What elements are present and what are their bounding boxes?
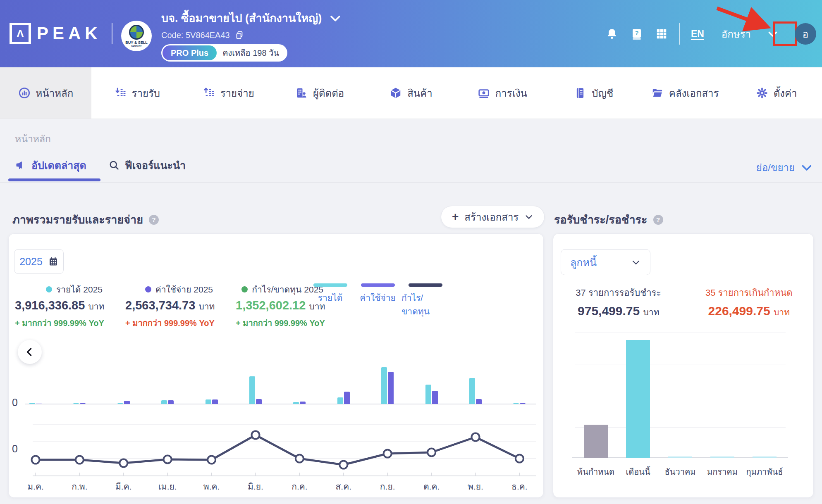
receivable-bar[interactable] (584, 425, 608, 458)
bar-expense[interactable] (476, 399, 482, 404)
tab-income[interactable]: รายรับ (91, 67, 183, 119)
overview-help-icon[interactable]: ? (149, 215, 159, 225)
peak-logo-icon: Λ (10, 23, 31, 44)
chevron-down-icon (524, 212, 533, 221)
tab-settings[interactable]: ตั้งค่า (731, 67, 822, 119)
line-point[interactable] (296, 455, 303, 463)
plus-icon: + (452, 210, 459, 223)
bar-revenue[interactable] (337, 397, 343, 404)
plan-pill[interactable]: PRO Plus คงเหลือ 198 วัน (161, 44, 287, 62)
line-point[interactable] (428, 449, 435, 456)
line-point[interactable] (516, 455, 523, 463)
bar-expense[interactable] (256, 399, 262, 404)
bar-revenue[interactable] (513, 403, 519, 404)
tab-finance[interactable]: การเงิน (456, 67, 548, 119)
overview-card: 2025 รายได้ 2025 3,916,336.85 บาท + มากก… (8, 233, 544, 498)
tab-contacts[interactable]: ผู้ติดต่อ (274, 67, 366, 119)
company-switcher[interactable]: บจ. ซื้อมาขายไป (สำนักงานใหญ่) (161, 9, 342, 27)
line-point[interactable] (164, 456, 172, 464)
bar-expense[interactable] (388, 372, 394, 404)
apps-grid-icon[interactable] (655, 27, 669, 41)
bar-revenue[interactable] (469, 378, 475, 404)
svg-text:?: ? (635, 29, 638, 36)
username: อักษรา (722, 26, 751, 42)
bar-expense[interactable] (36, 404, 42, 404)
bar-revenue[interactable] (73, 403, 79, 404)
active-subtab-underline (8, 178, 100, 181)
bar-revenue[interactable] (206, 399, 211, 404)
line-point[interactable] (472, 433, 480, 441)
bar-revenue[interactable] (381, 367, 387, 404)
line-point[interactable] (339, 461, 347, 469)
line-point[interactable] (384, 450, 392, 458)
bar-revenue[interactable] (29, 403, 35, 404)
tab-accounting[interactable]: บัญชี (548, 67, 639, 119)
bar-chart-baseline (25, 404, 536, 404)
company-code: Code: 5V864EA43 (161, 31, 230, 40)
notifications-bell-icon[interactable] (605, 27, 619, 41)
subtabs-bar: อัปเดตล่าสุด ฟีเจอร์แนะนำ ย่อ/ขยาย (0, 154, 822, 183)
receivable-help-icon[interactable]: ? (653, 215, 663, 225)
help-book-icon[interactable]: ? (630, 27, 644, 41)
receivable-category-label: เดือนนี้ (617, 465, 659, 478)
subtab-recommended-features[interactable]: ฟีเจอร์แนะนำ (108, 157, 186, 174)
subtab-latest-updates[interactable]: อัปเดตล่าสุด (15, 157, 86, 174)
header-divider (679, 23, 680, 45)
create-document-button[interactable]: + สร้างเอกสาร (441, 206, 545, 228)
overview-chart[interactable]: ม.ค.ก.พ.มี.ค.เม.ย.พ.ค.มิ.ย.ก.ค.ส.ค.ก.ย.ต… (9, 234, 543, 497)
company-logo[interactable]: BUY & SELL COMPANY (121, 21, 152, 51)
brand-divider (112, 23, 112, 44)
bar-expense[interactable] (168, 400, 174, 404)
bar-expense[interactable] (520, 403, 526, 404)
receivable-category-label: มกราคม (702, 465, 743, 478)
tab-products[interactable]: สินค้า (366, 67, 457, 119)
bar-expense[interactable] (212, 399, 218, 404)
bar-expense[interactable] (432, 391, 438, 404)
user-avatar[interactable]: อ (795, 23, 816, 45)
bar-expense[interactable] (124, 401, 130, 404)
overview-section-title: ภาพรวมรายรับและรายจ่าย (12, 211, 143, 228)
receivable-bar[interactable] (626, 340, 650, 458)
profit-line-chart (9, 416, 543, 488)
plan-remaining: คงเหลือ 198 วัน (222, 46, 279, 59)
receivable-chart[interactable]: พ้นกำหนดเดือนนี้ธันวาคมมกราคมกุมภาพันธ์ (553, 234, 813, 497)
contacts-icon (295, 87, 308, 99)
chevron-down-icon (328, 11, 342, 25)
receivable-category-label: ธันวาคม (660, 465, 701, 478)
bar-revenue[interactable] (117, 403, 123, 404)
bar-revenue[interactable] (161, 400, 167, 404)
breadcrumb: หน้าหลัก (15, 131, 51, 146)
tab-expense[interactable]: รายจ่าย (183, 67, 274, 119)
company-name: บจ. ซื้อมาขายไป (สำนักงานใหญ่) (161, 9, 322, 27)
line-point[interactable] (32, 456, 40, 464)
line-point[interactable] (252, 431, 260, 439)
copy-icon[interactable] (235, 30, 244, 40)
company-block: บจ. ซื้อมาขายไป (สำนักงานใหญ่) Code: 5V8… (161, 9, 342, 62)
chart-back-button[interactable] (18, 340, 42, 364)
receivable-bar[interactable] (710, 456, 734, 458)
dashboard-icon (18, 87, 31, 99)
receivable-bar[interactable] (668, 456, 692, 458)
collapse-expand-control[interactable]: ย่อ/ขยาย (756, 159, 813, 176)
bar-expense[interactable] (300, 402, 306, 404)
bar-expense[interactable] (80, 403, 86, 404)
language-toggle[interactable]: EN (691, 29, 704, 40)
bar-revenue[interactable] (293, 402, 299, 404)
bar-revenue[interactable] (249, 376, 255, 404)
tab-home[interactable]: หน้าหลัก (0, 67, 91, 119)
peak-logo[interactable]: Λ PEAK (10, 23, 112, 44)
receivable-bar[interactable] (753, 456, 777, 458)
line-point[interactable] (208, 456, 215, 464)
finance-icon (478, 87, 490, 99)
company-logo-swirl-icon (129, 25, 144, 40)
receivable-category-label: กุมภาพันธ์ (744, 465, 785, 478)
peak-logo-text: PEAK (37, 24, 102, 43)
expense-icon (203, 87, 215, 99)
tab-documents[interactable]: คลังเอกสาร (639, 67, 731, 119)
line-point[interactable] (76, 456, 84, 464)
bar-expense[interactable] (344, 392, 350, 404)
bar-revenue[interactable] (425, 385, 431, 404)
line-point[interactable] (119, 459, 127, 467)
settings-gear-icon (756, 87, 768, 99)
receivable-section-title: รอรับชำระ/รอชำระ (554, 211, 648, 228)
